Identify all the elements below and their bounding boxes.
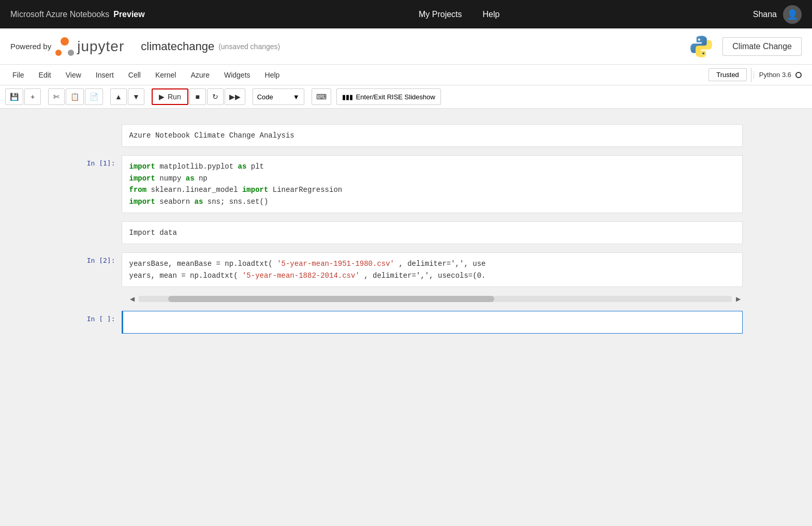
scroll-right-arrow[interactable]: ▶ [734,295,743,303]
keyword-import-2: import [129,174,155,183]
markdown-cell-2: Import data [70,221,743,244]
scrollbar-track[interactable] [139,296,732,302]
cell-type-value: Code [257,93,273,101]
cell-label-empty-2 [70,221,122,226]
code-content-3[interactable] [122,311,743,334]
keyword-import-4: import [129,198,155,206]
run-icon: ▶ [159,93,165,101]
rise-label: Enter/Exit RISE Slideshow [356,93,435,101]
menu-view[interactable]: View [58,68,88,82]
horizontal-scrollbar-row: ◀ ▶ [70,295,743,303]
brand-name: Microsoft Azure Notebooks [10,10,109,19]
cell-label-1: In [1]: [70,155,122,167]
menu-cell[interactable]: Cell [121,68,148,82]
run-button[interactable]: ▶ Run [152,88,188,105]
python-logo-icon [688,34,714,59]
code-line-1-2: import numpy as np [129,173,735,184]
rise-slideshow-button[interactable]: ▮▮▮ Enter/Exit RISE Slideshow [336,88,441,105]
keyword-import-3: import [242,186,268,194]
code-line-2-1: yearsBase, meanBase = np.loadtxt( '5-yea… [129,258,735,269]
unsaved-indicator: (unsaved changes) [218,42,280,51]
powered-by-label: Powered by [10,42,51,51]
menu-help[interactable]: Help [258,68,287,82]
keyword-as-1: as [238,162,247,171]
paste-button[interactable]: 📄 [85,88,103,105]
notebook-filename: climatechange [141,40,214,53]
markdown-content-2[interactable]: Import data [122,221,743,244]
chart-icon: ▮▮▮ [342,93,353,101]
top-navigation: Microsoft Azure Notebooks Preview My Pro… [0,0,812,28]
menu-azure[interactable]: Azure [183,68,217,82]
keyword-as-2: as [186,174,195,183]
code-line-1-4: import seaborn as sns; sns.set() [129,196,735,207]
preview-label: Preview [113,10,144,19]
user-section: Shana 👤 [753,5,802,24]
kernel-name: Python 3.6 [759,71,791,79]
run-label: Run [168,93,181,101]
code-line-2-2: years, mean = np.loadtxt( '5-year-mean-1… [129,270,735,281]
svg-point-1 [702,52,704,54]
jupyter-header: Powered by jupyter climatechange (unsave… [0,28,812,65]
keyword-as-3: as [195,198,203,206]
cell-label-3: In [ ]: [70,311,122,323]
svg-point-0 [698,38,700,40]
menu-edit[interactable]: Edit [32,68,58,82]
cut-button[interactable]: ✄ [48,88,65,105]
help-link[interactable]: Help [483,10,500,19]
code-cell-2: In [2]: yearsBase, meanBase = np.loadtxt… [70,252,743,287]
jupyter-icon-left [55,50,62,56]
menu-insert[interactable]: Insert [88,68,121,82]
notebook-content: Azure Notebook Climate Change Analysis I… [0,109,812,471]
username: Shana [753,10,777,19]
powered-by-section: Powered by jupyter [10,37,124,56]
code-line-1-1: import matplotlib.pyplot as plt [129,161,735,172]
menu-bar: File Edit View Insert Cell Kernel Azure … [0,65,812,85]
restart-button[interactable]: ↻ [207,88,224,105]
jupyter-icon [55,37,74,56]
menu-widgets[interactable]: Widgets [217,68,258,82]
climate-change-button[interactable]: Climate Change [722,37,802,56]
keyword-from: from [129,186,147,194]
my-projects-link[interactable]: My Projects [419,10,462,19]
keyboard-shortcuts-button[interactable]: ⌨ [312,88,331,105]
jupyter-icon-right [68,50,74,56]
fast-forward-button[interactable]: ▶▶ [225,88,245,105]
code-content-2[interactable]: yearsBase, meanBase = np.loadtxt( '5-yea… [122,252,743,287]
markdown-cell-1: Azure Notebook Climate Change Analysis [70,124,743,147]
move-down-button[interactable]: ▼ [128,88,144,105]
cell-type-dropdown[interactable]: Code ▼ [253,88,304,105]
code-line-1-3: from sklearn.linear_model import LinearR… [129,184,735,196]
cell-label-empty-1 [70,124,122,128]
nav-links: My Projects Help [166,10,753,19]
avatar[interactable]: 👤 [783,5,802,24]
move-up-button[interactable]: ▲ [110,88,127,105]
menu-kernel[interactable]: Kernel [148,68,183,82]
trusted-button[interactable]: Trusted [708,68,747,81]
dropdown-arrow-icon: ▼ [293,93,300,101]
jupyter-logo: jupyter [55,37,124,56]
markdown-content-1[interactable]: Azure Notebook Climate Change Analysis [122,124,743,147]
scroll-left-arrow[interactable]: ◀ [128,295,137,303]
code-cell-3: In [ ]: [70,311,743,334]
kernel-status: Python 3.6 [754,71,807,79]
code-content-1[interactable]: import matplotlib.pyplot as plt import n… [122,155,743,213]
cell-label-2: In [2]: [70,252,122,264]
add-cell-button[interactable]: + [24,88,41,105]
copy-button[interactable]: 📋 [66,88,84,105]
stop-button[interactable]: ■ [189,88,206,105]
menu-file[interactable]: File [5,68,32,82]
scrollbar-thumb[interactable] [168,296,494,302]
kernel-indicator [795,72,802,78]
save-button[interactable]: 💾 [5,88,23,105]
toolbar: 💾 + ✄ 📋 📄 ▲ ▼ ▶ Run ■ ↻ ▶▶ Code ▼ ⌨ ▮▮▮ … [0,85,812,109]
cell-container: Azure Notebook Climate Change Analysis I… [70,124,743,334]
code-cell-1: In [1]: import matplotlib.pyplot as plt … [70,155,743,213]
header-right: Climate Change [688,34,802,59]
jupyter-icon-top [61,37,69,46]
keyword-import-1: import [129,162,155,171]
jupyter-text: jupyter [77,38,124,55]
